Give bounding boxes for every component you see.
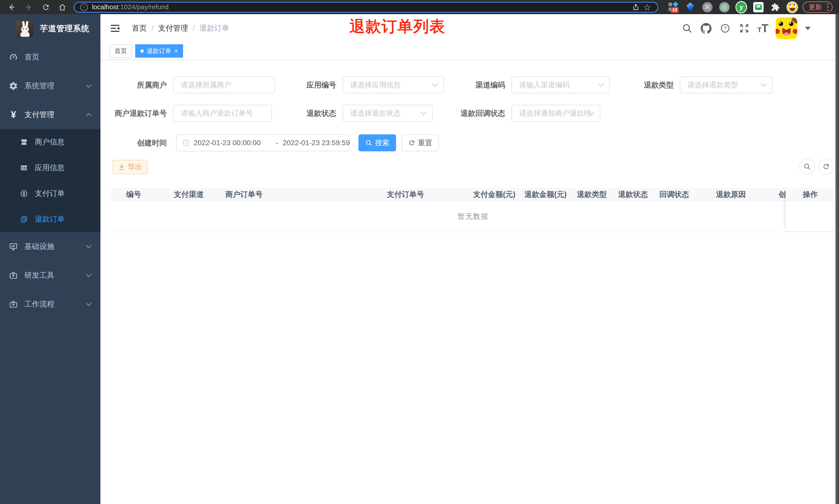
profile-emoji-avatar[interactable]: [786, 1, 798, 13]
breadcrumb-payment[interactable]: 支付管理: [158, 23, 188, 34]
address-bar[interactable]: i localhost:1024/pay/refund ☆: [74, 2, 658, 13]
command-extension-icon[interactable]: ⌘: [701, 1, 713, 13]
close-icon[interactable]: ×: [174, 48, 178, 54]
sidebar-item-label: 支付订单: [35, 188, 65, 199]
search-button[interactable]: 搜索: [358, 134, 396, 151]
window-scrollbar[interactable]: [835, 14, 839, 504]
export-button[interactable]: 导出: [112, 160, 148, 174]
end-date-value[interactable]: 2022-01-23 23:59:59: [283, 139, 360, 147]
app-no-input[interactable]: [343, 77, 444, 93]
site-info-icon[interactable]: i: [80, 3, 88, 11]
tag-label: 首页: [114, 47, 127, 55]
content: 所属商户 应用编号 渠道编码 退款类型 商户退款订单号: [101, 60, 839, 504]
toggle-search-button[interactable]: [799, 159, 815, 175]
merchant-refund-no-filter[interactable]: [173, 105, 272, 122]
forward-icon[interactable]: [23, 2, 35, 13]
chevron-down-icon: [588, 111, 595, 116]
chevron-down-icon: [86, 273, 92, 278]
merchant-input[interactable]: [174, 77, 274, 93]
bookmark-star-icon[interactable]: ☆: [642, 2, 653, 13]
url-text: localhost:1024/pay/refund: [92, 3, 630, 11]
sidebar-item-dev-tools[interactable]: 研发工具: [0, 261, 101, 290]
sidebar-item-app-info[interactable]: 应用信息: [0, 155, 101, 181]
font-size-icon[interactable]: TT: [757, 23, 768, 33]
back-icon[interactable]: [6, 2, 17, 13]
sidebar-item-payment[interactable]: ¥ 支付管理: [0, 101, 101, 129]
logo-avatar: [16, 20, 33, 37]
shop-icon: [20, 138, 28, 146]
help-icon[interactable]: ?: [719, 22, 731, 34]
browser-update-button[interactable]: 更新: [803, 2, 833, 13]
callback-status-input[interactable]: [512, 105, 600, 121]
user-avatar[interactable]: [775, 18, 797, 39]
navbar: 首页 / 支付管理 / 退款订单 退款订单列表 ?: [101, 14, 839, 42]
merchant-refund-no-input[interactable]: [174, 105, 271, 121]
extensions-puzzle-icon[interactable]: [769, 1, 781, 13]
tag-home[interactable]: 首页: [109, 44, 132, 58]
col-refund-reason: 退款原因: [716, 188, 746, 201]
refresh-button[interactable]: [818, 159, 834, 175]
sidebar-item-workflow[interactable]: 工作流程: [0, 290, 101, 319]
sidebar-item-home[interactable]: 首页: [0, 43, 101, 72]
clock-icon: [182, 139, 190, 147]
filter-label-app-no: 应用编号: [270, 76, 336, 93]
recorder-extension-icon[interactable]: [718, 1, 730, 13]
home-icon[interactable]: [57, 2, 68, 13]
filter-label-merchant-refund-no: 商户退款订单号: [101, 105, 167, 122]
browser-menu-icon[interactable]: [827, 4, 828, 11]
channel-code-select[interactable]: [512, 76, 610, 93]
create-time-range-picker[interactable]: 2022-01-23 00:00:00 - 2022-01-23 23:59:5…: [176, 134, 350, 151]
start-date-value[interactable]: 2022-01-23 00:00:00: [194, 139, 271, 147]
table-body: 暂无数据: [111, 201, 835, 232]
share-icon[interactable]: [630, 2, 642, 13]
reset-button[interactable]: 重置: [401, 134, 439, 151]
sidebar-item-pay-order[interactable]: 支付订单: [0, 181, 101, 206]
sidebar-item-label: 应用信息: [35, 163, 65, 173]
channel-code-input[interactable]: [512, 77, 609, 93]
monitor-icon: [9, 242, 18, 251]
merchant-filter[interactable]: [173, 76, 275, 93]
y-extension-icon[interactable]: y: [735, 1, 747, 13]
refund-status-select[interactable]: [342, 105, 433, 122]
app-title: 芋道管理系统: [40, 23, 89, 34]
tag-refund-order[interactable]: 退款订单 ×: [135, 44, 183, 58]
breadcrumb-separator: /: [151, 24, 154, 33]
chat-extension-icon[interactable]: [752, 1, 764, 13]
sidebar-item-label: 支付管理: [24, 110, 54, 120]
breadcrumb: 首页 / 支付管理 / 退款订单: [132, 14, 229, 42]
sidebar-item-label: 商户信息: [35, 137, 65, 147]
chevron-down-icon: [432, 83, 438, 88]
sidebar-item-system[interactable]: 系统管理: [0, 72, 101, 101]
col-pay-amount: 支付金额(元): [473, 188, 515, 201]
refund-status-input[interactable]: [343, 105, 432, 121]
col-pay-channel: 支付渠道: [174, 188, 204, 201]
col-refund-status: 退款状态: [618, 188, 648, 201]
gem-extension-icon[interactable]: [684, 1, 696, 13]
dashboard-icon: [9, 53, 18, 62]
refund-type-input[interactable]: [680, 77, 772, 93]
fullscreen-icon[interactable]: [738, 22, 750, 34]
page: i localhost:1024/pay/refund ☆ 10 ⌘ y: [0, 0, 839, 504]
search-icon[interactable]: [681, 22, 693, 34]
sidebar-item-infra[interactable]: 基础设施: [0, 232, 101, 261]
app-no-select[interactable]: [342, 76, 444, 93]
chevron-down-icon: [597, 83, 604, 88]
browser-toolbar: i localhost:1024/pay/refund ☆ 10 ⌘ y: [0, 0, 839, 14]
reload-icon[interactable]: [40, 2, 52, 13]
documents-icon: [20, 215, 28, 223]
breadcrumb-home[interactable]: 首页: [132, 23, 147, 34]
sidebar-item-refund-order[interactable]: 退款订单: [0, 206, 101, 232]
avatar-dropdown-caret-icon[interactable]: [805, 27, 811, 30]
callback-status-select[interactable]: [512, 105, 600, 122]
sidebar-item-label: 退款订单: [35, 214, 65, 224]
github-icon[interactable]: [700, 22, 712, 34]
extension-badge-count: 10: [671, 7, 679, 13]
logo[interactable]: 芋道管理系统: [0, 14, 101, 43]
date-separator: -: [271, 139, 283, 147]
extension-badge-icon[interactable]: 10: [667, 1, 679, 13]
sidebar: 芋道管理系统 首页 系统管理 ¥ 支付管理: [0, 14, 101, 504]
table-header: 编号 支付渠道 商户订单号 支付订单号 支付金额(元) 退款金额(元) 退款类型…: [111, 188, 835, 201]
refund-type-select[interactable]: [680, 76, 772, 93]
sidebar-collapse-icon[interactable]: [109, 23, 121, 34]
sidebar-item-merchant-info[interactable]: 商户信息: [0, 129, 101, 155]
